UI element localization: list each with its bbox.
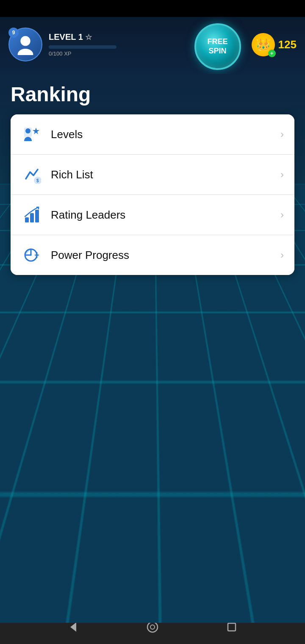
menu-item-power-progress[interactable]: Power Progress › [11,235,294,275]
svg-marker-27 [70,622,76,632]
svg-point-3 [25,128,30,133]
svg-point-29 [150,625,155,629]
main-content: Ranking Levels › [0,74,305,623]
nav-shop-label: Shop [268,594,282,600]
page-title: Ranking [0,74,305,114]
levels-label: Levels [51,128,272,141]
levels-icon [21,124,42,145]
svg-rect-23 [212,579,215,588]
svg-rect-24 [216,577,219,588]
svg-marker-4 [33,128,39,134]
svg-point-20 [146,577,150,581]
header: 9 LEVEL 1 ☆ 0/100 XP FREE SPIN 👑 + 125 [0,17,305,74]
xp-text: 0/100 XP [49,50,184,57]
person-icon [15,34,36,55]
levels-chevron: › [280,128,284,140]
level-info: LEVEL 1 ☆ 0/100 XP [49,32,184,57]
power-progress-chevron: › [280,249,284,261]
android-home-button[interactable] [144,619,161,636]
menu-item-rating-leaders[interactable]: Rating Leaders › [11,195,294,235]
rich-list-icon: $ [21,164,42,185]
android-nav-bar [0,610,305,644]
chess-icon: ♞ ♞ [23,573,38,592]
svg-rect-9 [35,210,39,222]
nav-item-game[interactable]: ♞ ♞ Game [0,564,61,610]
svg-rect-22 [208,582,211,588]
rating-leaders-chevron: › [280,209,284,221]
coins-amount: 125 [278,38,297,51]
svg-point-26 [276,584,278,586]
menu-item-rich-list[interactable]: $ Rich List › [11,155,294,195]
rating-leaders-label: Rating Leaders [51,208,272,222]
android-back-button[interactable] [65,619,82,636]
nav-community-label: Community [138,594,168,601]
nav-ranking-label: Ranking [202,594,224,601]
nav-item-ranking[interactable]: Ranking [183,564,244,610]
svg-rect-8 [30,213,34,222]
svg-text:$: $ [36,178,39,183]
svg-point-0 [20,36,30,46]
star-icon: ☆ [85,33,92,42]
nav-item-community[interactable]: Community [122,564,183,610]
android-recents-button[interactable] [223,619,240,636]
bonus-badge: bonus [277,566,299,574]
nav-item-shop[interactable]: bonus Shop [244,564,305,610]
svg-rect-7 [25,217,29,222]
svg-point-1 [18,49,33,55]
svg-text:♞: ♞ [30,577,37,587]
coins-display: 👑 + 125 [252,33,297,56]
rich-list-chevron: › [280,169,284,180]
nav-item-home[interactable]: Home [61,564,122,610]
menu-item-levels[interactable]: Levels › [11,114,294,155]
free-spin-button[interactable]: FREE SPIN [194,23,241,70]
nav-home-label: Home [83,593,99,600]
svg-point-25 [271,584,273,586]
community-icon [145,573,160,592]
shop-icon [267,574,282,591]
notification-badge: 9 [8,28,19,38]
avatar-container[interactable]: 9 [8,28,42,61]
svg-point-19 [150,576,155,580]
rating-leaders-icon [21,204,42,225]
bottom-nav: ♞ ♞ Game Home [0,564,305,610]
svg-point-28 [147,622,158,632]
crown-icon[interactable]: 👑 + [252,33,275,56]
home-icon [85,574,98,591]
rich-list-label: Rich List [51,168,272,181]
menu-card: Levels › $ Rich List › [11,114,294,275]
status-bar [0,0,305,17]
ranking-icon [206,573,221,592]
svg-point-21 [155,577,159,581]
plus-badge: + [268,50,276,57]
svg-point-14 [36,254,38,256]
power-progress-label: Power Progress [51,249,272,262]
nav-game-label: Game [22,594,39,601]
power-progress-icon [21,244,42,266]
level-title: LEVEL 1 ☆ [49,32,184,42]
svg-rect-30 [228,623,236,631]
xp-bar-container [49,45,116,49]
